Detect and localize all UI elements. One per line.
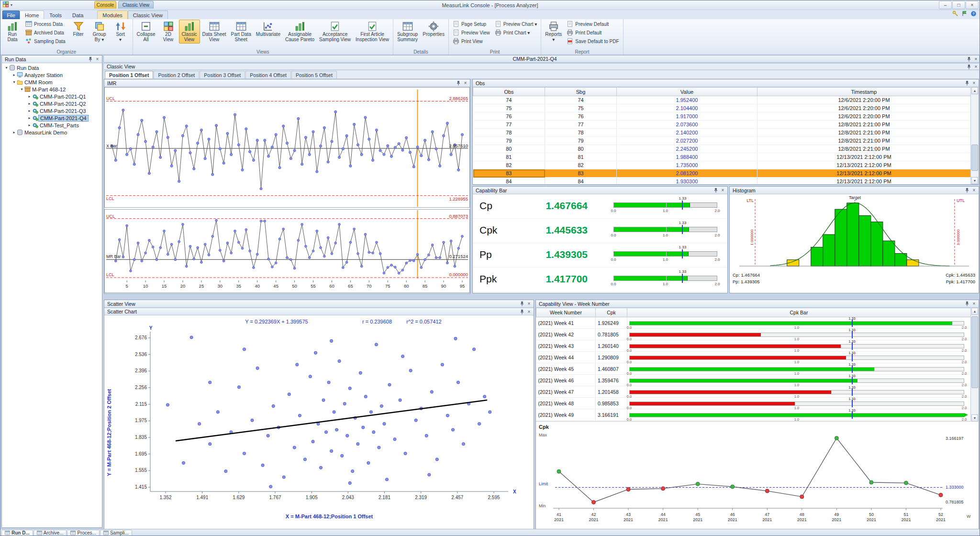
week-table-scrollbar[interactable]: ▲ ▼ — [970, 308, 979, 422]
quick-access-dropdown-icon[interactable]: ▾ — [11, 3, 12, 7]
tree-item-measurlink-demo[interactable]: ▸MeasurLink Demo — [2, 129, 102, 136]
tab-position-2-offset[interactable]: Position 2 Offset — [154, 71, 199, 78]
pin-icon[interactable] — [966, 64, 972, 69]
tree-item-cmm-part-2021-q2[interactable]: ▸CMM-Part-2021-Q2 — [2, 100, 102, 107]
ribbon-button-archived-data[interactable]: Archived Data — [24, 29, 67, 36]
tab-position-1-offset[interactable]: Position 1 Offset — [105, 71, 153, 78]
scrollbar-thumb[interactable] — [971, 145, 978, 171]
ribbon-button-classic-view[interactable]: ClassicView — [179, 20, 200, 44]
week-row-2021-week-49[interactable]: (2021) Week 493.1661911.330.01.02.0 — [536, 409, 971, 421]
week-row-2021-week-47[interactable]: (2021) Week 471.2014581.330.01.02.0 — [536, 386, 971, 398]
obs-column-timestamp[interactable]: Timestamp — [757, 88, 971, 96]
week-row-2021-week-42[interactable]: (2021) Week 420.7818051.330.01.02.0 — [536, 329, 971, 340]
ribbon-button-run-data[interactable]: RunData — [2, 20, 23, 44]
ribbon-button-subgroup-summary[interactable]: SubgroupSummary — [395, 20, 420, 44]
obs-row-75[interactable]: 75752.10440012/6/2021 2:20:00 PM — [473, 104, 971, 112]
pin-icon[interactable] — [455, 80, 461, 86]
chevron-down-icon[interactable]: ▾ — [11, 80, 17, 84]
chevron-right-icon[interactable]: ▸ — [11, 130, 17, 134]
obs-row-74[interactable]: 74741.95240012/6/2021 2:20:00 PM — [473, 96, 971, 104]
week-row-2021-week-44[interactable]: (2021) Week 441.2908091.330.01.02.0 — [536, 352, 971, 363]
chevron-down-icon[interactable]: ▾ — [4, 66, 9, 70]
minimize-button[interactable]: – — [939, 1, 952, 9]
pin-icon[interactable] — [519, 309, 525, 314]
tree-item-m-part-468-12[interactable]: ▾M-Part 468-12 — [2, 86, 102, 93]
scroll-up-icon[interactable]: ▲ — [971, 87, 978, 94]
obs-row-84[interactable]: 84841.93030012/13/2021 2:12:00 PM — [473, 178, 971, 185]
pin-icon[interactable] — [964, 188, 970, 193]
tab-file[interactable]: File — [2, 11, 20, 19]
pin-icon[interactable] — [713, 188, 719, 193]
tree-item-analyzer-station[interactable]: ▸Analyzer Station — [2, 71, 102, 78]
week-row-2021-week-45[interactable]: (2021) Week 451.4608071.330.01.02.0 — [536, 363, 971, 375]
obs-scrollbar[interactable]: ▲ ▼ — [970, 87, 979, 184]
chevron-right-icon[interactable]: ▸ — [27, 109, 32, 113]
pin-icon[interactable] — [519, 301, 525, 307]
obs-column-sbg[interactable]: Sbg — [545, 88, 617, 96]
scrollbar-thumb[interactable] — [971, 316, 978, 388]
ribbon-button-multivariate[interactable]: Multivariate — [254, 20, 283, 38]
week-row-2021-week-48[interactable]: (2021) Week 480.9858531.330.01.02.0 — [536, 398, 971, 409]
pin-icon[interactable] — [966, 56, 972, 62]
week-row-2021-week-43[interactable]: (2021) Week 431.2601401.330.01.02.0 — [536, 340, 971, 352]
obs-row-82[interactable]: 82821.73500012/13/2021 2:12:00 PM — [473, 161, 971, 169]
chevron-down-icon[interactable]: ▾ — [19, 87, 24, 91]
ribbon-button-print-chart[interactable]: Print Chart ▾ — [493, 29, 539, 36]
close-icon[interactable]: × — [526, 309, 532, 314]
ribbon-button-properties[interactable]: Properties — [420, 20, 447, 38]
close-icon[interactable]: × — [971, 188, 977, 193]
ribbon-button-preview-chart[interactable]: Preview Chart ▾ — [493, 20, 539, 28]
obs-column-obs[interactable]: Obs — [473, 88, 545, 96]
ribbon-button-filter[interactable]: Filter — [68, 20, 89, 38]
obs-row-77[interactable]: 77772.07360012/8/2021 2:21:00 PM — [473, 121, 971, 129]
maximize-button[interactable]: □ — [952, 1, 965, 9]
ribbon-button-collapse-all[interactable]: CollapseAll — [134, 20, 158, 44]
ribbon-button-group-by[interactable]: GroupBy ▾ — [89, 20, 110, 44]
tree-item-cmm-part-2021-q4[interactable]: ▸CMM-Part-2021-Q4 — [2, 114, 102, 122]
ribbon-button-preview-view[interactable]: Preview View — [451, 29, 491, 36]
close-icon[interactable]: × — [462, 80, 468, 86]
week-column-cpk[interactable]: Cpk — [596, 308, 627, 317]
ribbon-button-first-article-inspection-view[interactable]: First ArticleInspection View — [353, 20, 391, 44]
tab-home[interactable]: Home — [20, 11, 44, 19]
statusbar-tab-proces[interactable]: Proces... — [67, 530, 99, 536]
chevron-right-icon[interactable]: ▸ — [11, 73, 17, 77]
flag-status[interactable] — [961, 11, 968, 18]
statusbar-tab-sampli[interactable]: Sampli... — [100, 530, 132, 536]
chevron-right-icon[interactable]: ▸ — [27, 116, 32, 120]
tab-classic-view[interactable]: Classic View — [128, 11, 168, 19]
obs-row-78[interactable]: 78782.14020012/8/2021 2:21:00 PM — [473, 129, 971, 137]
scroll-down-icon[interactable]: ▼ — [971, 414, 978, 422]
ribbon-button-2d-view[interactable]: 2DView — [158, 20, 179, 44]
tab-position-3-offset[interactable]: Position 3 Offset — [200, 71, 245, 78]
scroll-down-icon[interactable]: ▼ — [971, 177, 978, 184]
week-row-2021-week-46[interactable]: (2021) Week 461.3594761.330.01.02.0 — [536, 375, 971, 386]
close-icon[interactable]: × — [526, 301, 532, 307]
tab-modules[interactable]: Modules — [97, 11, 128, 19]
help-status[interactable]: ? — [970, 11, 977, 18]
ribbon-button-sort[interactable]: Sort▾ — [110, 20, 131, 44]
close-icon[interactable]: × — [971, 301, 977, 307]
tab-data[interactable]: Data — [67, 11, 89, 19]
obs-row-80[interactable]: 80802.24520012/8/2021 2:21:00 PM — [473, 145, 971, 153]
ribbon-button-part-data-sheet[interactable]: Part DataSheet — [229, 20, 254, 44]
ribbon-button-preview-default[interactable]: Preview Default — [565, 20, 620, 28]
obs-row-79[interactable]: 79792.02720012/8/2021 2:21:00 PM — [473, 137, 971, 145]
obs-column-value[interactable]: Value — [617, 88, 757, 96]
tab-position-4-offset[interactable]: Position 4 Offset — [245, 71, 291, 78]
ribbon-button-page-setup[interactable]: Page Setup — [451, 20, 491, 28]
week-column-week-number[interactable]: Week Number — [536, 308, 596, 317]
tree-item-run-data[interactable]: ▾Run Data — [2, 64, 102, 71]
close-button[interactable]: × — [966, 1, 979, 9]
chevron-right-icon[interactable]: ▸ — [27, 123, 32, 127]
week-column-cpk-bar[interactable]: Cpk Bar — [627, 308, 971, 317]
ribbon-button-data-sheet-view[interactable]: Data SheetView — [200, 20, 229, 44]
ribbon-button-save-default-to-pdf[interactable]: Save Default to PDF — [565, 37, 620, 45]
statusbar-tab-run-d[interactable]: Run D... — [1, 530, 33, 536]
ribbon-button-reports[interactable]: Reports▾ — [543, 20, 564, 44]
ribbon-button-process-data[interactable]: Process Data — [24, 20, 67, 28]
chevron-right-icon[interactable]: ▸ — [27, 94, 32, 99]
tree-item-cmm-room[interactable]: ▾CMM Room — [2, 78, 102, 86]
ribbon-button-print-default[interactable]: Print Default — [565, 29, 620, 36]
close-icon[interactable]: × — [720, 188, 726, 193]
